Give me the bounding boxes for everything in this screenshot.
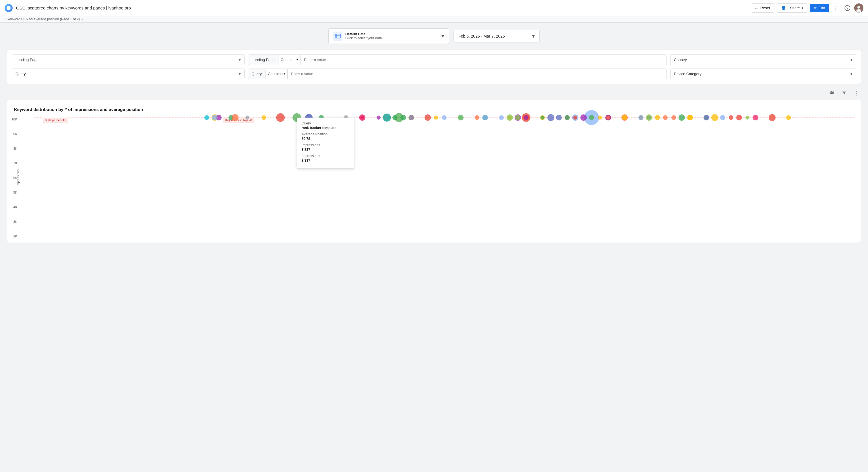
scatter-dot[interactable] (679, 114, 685, 121)
country-dropdown[interactable]: Country ▾ (670, 55, 856, 65)
breadcrumb-text: keyword CTR vs average position (Page 1 … (7, 17, 80, 21)
user-avatar[interactable] (854, 3, 863, 12)
filter-value-row1[interactable] (301, 55, 666, 65)
reset-icon: ↩ (755, 6, 758, 10)
svg-point-12 (832, 92, 833, 93)
scatter-dot[interactable] (786, 115, 791, 120)
scatter-dot[interactable] (205, 115, 209, 120)
chart-container: Impressions 10K 9K 8K 7K 6K 5K 4K 3K 2K (14, 117, 854, 238)
filter-section: Landing Page ▾ Landing Page Contains ▾ C… (7, 49, 861, 84)
query-chevron-icon: ▾ (239, 72, 241, 76)
breadcrumb-forward-arrow[interactable]: › (82, 17, 83, 21)
data-source-text: Default Data Click to select your data (345, 32, 439, 40)
chart-tooltip: Query rank tracker template Average Posi… (297, 117, 354, 169)
scatter-dot[interactable] (745, 115, 749, 120)
reset-button[interactable]: ↩ Reset (751, 3, 774, 12)
scatter-dot[interactable] (392, 115, 398, 120)
scatter-dot[interactable] (639, 115, 643, 120)
scatter-dot[interactable] (687, 115, 693, 120)
country-chevron-icon: ▾ (850, 58, 852, 62)
svg-point-11 (831, 91, 832, 92)
topbar: GSC, scattered charts by keywords and pa… (0, 0, 868, 16)
svg-point-13 (831, 93, 832, 94)
filter-op-row2[interactable]: Contains ▾ (266, 69, 288, 79)
scatter-dot[interactable] (245, 115, 249, 120)
breadcrumb-bar: ‹ keyword CTR vs average position (Page … (0, 16, 868, 23)
scatter-dot[interactable] (475, 115, 479, 120)
scatter-dot[interactable] (377, 115, 381, 120)
scatter-dot[interactable] (720, 115, 725, 120)
scatter-dot[interactable] (606, 115, 610, 120)
scatter-dot[interactable] (671, 115, 676, 120)
scatter-dot[interactable] (589, 115, 594, 120)
dimension1-dropdown[interactable]: Landing Page ▾ (12, 55, 245, 65)
scatter-dot[interactable] (231, 114, 239, 121)
scatter-dot[interactable] (261, 115, 266, 120)
scatter-dot[interactable] (655, 115, 660, 120)
ref-label-top20: Keywords in top 20 (223, 117, 255, 123)
svg-point-3 (857, 6, 860, 9)
scatter-dot[interactable] (547, 114, 554, 121)
date-range-value: Feb 6, 2025 - Mar 7, 2025 (458, 34, 505, 38)
chart-toolbar: ⋮ (7, 89, 861, 98)
scatter-dot[interactable] (573, 115, 577, 120)
help-button[interactable]: ? (843, 3, 852, 12)
date-range-chevron-icon: ▾ (532, 33, 535, 39)
filter-op-chevron-icon: ▾ (297, 58, 298, 61)
scatter-dot[interactable] (729, 115, 733, 120)
scatter-dot[interactable] (409, 115, 414, 120)
scatter-dot[interactable] (434, 115, 438, 120)
scatter-dot[interactable] (704, 115, 709, 121)
data-source-chevron-icon: ▾ (441, 33, 444, 39)
scatter-dot[interactable] (540, 115, 545, 120)
filter-compound-row2: Query Contains ▾ (248, 69, 667, 79)
chart-plot-area: Keywords in top 20 90th percentile Query… (34, 117, 854, 118)
share-button[interactable]: 👤+ Share ▾ (777, 3, 807, 12)
scatter-dot[interactable] (425, 114, 431, 121)
scatter-dot[interactable] (565, 115, 570, 120)
scatter-dot[interactable] (515, 115, 520, 120)
scatter-dot[interactable] (663, 115, 668, 120)
query-dropdown[interactable]: Query ▾ (12, 69, 245, 79)
page-title: GSC, scattered charts by keywords and pa… (16, 5, 747, 10)
dimension1-chevron-icon: ▾ (239, 58, 241, 62)
scatter-dot[interactable] (499, 115, 504, 120)
app-logo (5, 4, 12, 12)
scatter-dot[interactable] (400, 115, 406, 121)
date-range-selector[interactable]: Feb 6, 2025 - Mar 7, 2025 ▾ (454, 30, 539, 42)
chart-more-button[interactable]: ⋮ (851, 89, 861, 98)
data-source-row: Default Data Click to select your data ▾… (7, 28, 861, 44)
scatter-dot[interactable] (646, 114, 652, 121)
scatter-dot[interactable] (360, 115, 364, 120)
filter-op-row1[interactable]: Contains ▾ (278, 55, 301, 65)
scatter-dot[interactable] (580, 114, 587, 121)
scatter-dot[interactable] (753, 115, 758, 121)
scatter-dot[interactable] (383, 113, 391, 122)
scatter-dot[interactable] (276, 113, 285, 122)
scatter-dot[interactable] (482, 115, 488, 121)
scatter-dot[interactable] (442, 115, 446, 120)
breadcrumb-back-arrow[interactable]: ‹ (5, 17, 6, 21)
scatter-dot[interactable] (598, 115, 602, 120)
edit-button[interactable]: ✏ Edit (810, 4, 829, 12)
scatter-dot[interactable] (736, 115, 742, 121)
scatter-dot[interactable] (212, 115, 218, 121)
data-source-selector[interactable]: Default Data Click to select your data ▾ (329, 28, 449, 44)
scatter-dot[interactable] (769, 114, 776, 121)
chart-section: Keyword distribution by # of impressions… (7, 100, 861, 243)
chart-title: Keyword distribution by # of impressions… (14, 107, 854, 112)
topbar-actions: ↩ Reset 👤+ Share ▾ ✏ Edit ⋮ ? (751, 3, 863, 12)
scatter-dot[interactable] (711, 114, 718, 121)
scatter-dot[interactable] (458, 115, 464, 121)
more-options-button[interactable]: ⋮ (831, 3, 840, 12)
chart-filter-button[interactable] (839, 89, 849, 98)
scatter-dot[interactable] (556, 115, 562, 121)
device-category-chevron-icon: ▾ (850, 72, 852, 76)
scatter-dot[interactable] (622, 115, 627, 120)
filter-row-2: Query ▾ Query Contains ▾ Device Category… (12, 69, 856, 79)
chart-filter-settings-button[interactable] (827, 89, 837, 98)
filter-value-row2[interactable] (288, 69, 666, 79)
device-category-dropdown[interactable]: Device Category ▾ (670, 69, 856, 79)
scatter-dot[interactable] (507, 114, 513, 121)
scatter-dot[interactable] (524, 115, 528, 120)
